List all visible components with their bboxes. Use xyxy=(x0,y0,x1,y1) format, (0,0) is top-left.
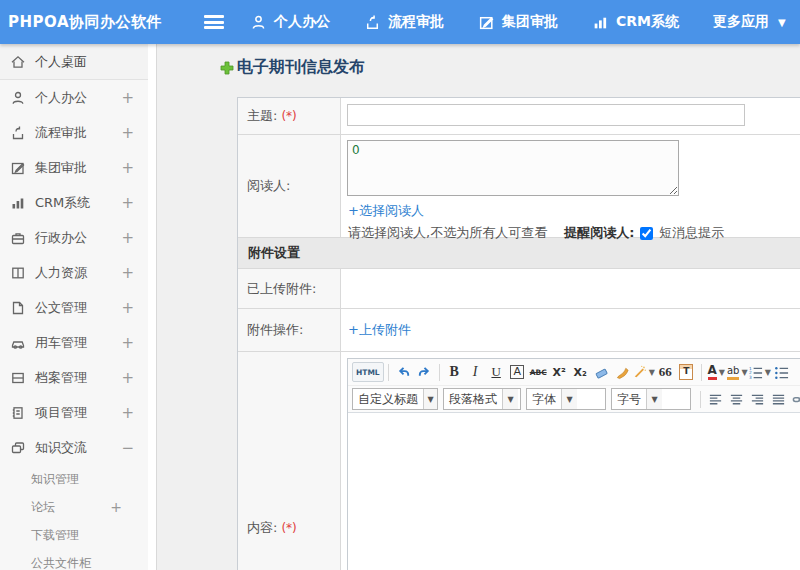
archive-icon xyxy=(10,370,26,386)
content-label: 内容:(*) xyxy=(238,352,341,570)
publish-form: 主题:(*) 阅读人: 0 +选择阅读人 请选择阅读人,不选为所有人可查看 提醒… xyxy=(237,97,800,570)
sms-notify-checkbox[interactable] xyxy=(640,227,653,240)
align-center-button[interactable] xyxy=(726,388,747,410)
align-right-button[interactable] xyxy=(747,388,768,410)
caret-down-icon: ▼ xyxy=(778,17,786,28)
font-color-button[interactable]: A▼ xyxy=(706,361,727,383)
expand-plus-icon[interactable]: + xyxy=(121,334,134,352)
sidebar-item-projects[interactable]: 项目管理 + xyxy=(0,395,148,430)
sidebar-item-group-approval[interactable]: 集团审批 + xyxy=(0,150,148,185)
choose-reader-link[interactable]: +选择阅读人 xyxy=(348,202,800,220)
font-size-select[interactable]: 字号▼ xyxy=(611,388,691,410)
nav-group-approval[interactable]: 集团审批 xyxy=(478,13,558,31)
sms-notify-label: 短消息提示 xyxy=(659,224,724,242)
sidebar-item-desktop[interactable]: 个人桌面 xyxy=(0,44,148,80)
expand-plus-icon[interactable]: + xyxy=(121,264,134,282)
hamburger-menu-icon[interactable] xyxy=(204,15,224,29)
editor-content-area[interactable] xyxy=(348,413,800,570)
insert-link-button[interactable] xyxy=(789,388,800,410)
sidebar-item-documents[interactable]: 公文管理 + xyxy=(0,290,148,325)
edit-icon xyxy=(10,160,26,176)
sidebar-item-vehicles[interactable]: 用车管理 + xyxy=(0,325,148,360)
notebook-icon xyxy=(10,405,26,421)
nav-more-apps[interactable]: 更多应用 ▼ xyxy=(713,13,786,31)
sidebar-item-workflow-approval[interactable]: 流程审批 + xyxy=(0,115,148,150)
attachment-actions-label: 附件操作: xyxy=(238,309,341,351)
briefcase-icon xyxy=(10,230,26,246)
strikethrough-button[interactable]: ABC xyxy=(528,361,549,383)
toolbar-separator xyxy=(700,391,701,408)
sidebar-subitem-knowledge-mgmt[interactable]: 知识管理 xyxy=(0,465,148,493)
nav-personal-office[interactable]: 个人办公 xyxy=(250,13,330,31)
history-icon xyxy=(10,125,26,141)
expand-plus-icon[interactable]: + xyxy=(110,499,122,515)
content-row: 内容:(*) HTML B I U A ABC xyxy=(238,352,800,570)
blockquote-button[interactable]: 66 xyxy=(655,361,676,383)
editor-toolbar-row2: 自定义标题▼ 段落格式▼ 字体▼ 字号▼ xyxy=(348,386,800,413)
required-mark: (*) xyxy=(281,521,296,535)
align-justify-button[interactable] xyxy=(768,388,789,410)
subject-input[interactable] xyxy=(347,104,745,126)
expand-plus-icon[interactable]: + xyxy=(121,404,134,422)
bar-chart-icon xyxy=(10,195,26,211)
remind-readers-label: 提醒阅读人: xyxy=(564,224,634,242)
sidebar-subitem-public-cabinet[interactable]: 公共文件柜 xyxy=(0,549,148,570)
sidebar-gutter xyxy=(148,44,157,570)
reader-textarea[interactable]: 0 xyxy=(347,140,679,196)
font-style-button[interactable]: A xyxy=(507,361,528,383)
italic-button[interactable]: I xyxy=(465,361,486,383)
expand-plus-icon[interactable]: + xyxy=(121,369,134,387)
unordered-list-button[interactable] xyxy=(771,361,792,383)
subscript-button[interactable]: X₂ xyxy=(570,361,591,383)
ordered-list-button[interactable]: 123▼ xyxy=(748,361,771,383)
sidebar-subitem-downloads[interactable]: 下载管理 xyxy=(0,521,148,549)
expand-plus-icon[interactable]: + xyxy=(121,89,134,107)
redo-button[interactable] xyxy=(414,361,435,383)
format-brush-button[interactable] xyxy=(612,361,633,383)
paragraph-format-select[interactable]: 段落格式▼ xyxy=(443,388,521,410)
nav-workflow-approval[interactable]: 流程审批 xyxy=(364,13,444,31)
caret-down-icon: ▼ xyxy=(561,389,577,409)
sidebar-subitem-forum[interactable]: 论坛 + xyxy=(0,493,148,521)
superscript-button[interactable]: X² xyxy=(549,361,570,383)
paste-as-text-button[interactable]: T xyxy=(676,361,697,383)
car-icon xyxy=(10,335,26,351)
sidebar-item-crm[interactable]: CRM系统 + xyxy=(0,185,148,220)
expand-plus-icon[interactable]: + xyxy=(121,159,134,177)
expand-plus-icon[interactable]: + xyxy=(121,229,134,247)
auto-format-button[interactable]: ▼ xyxy=(633,361,655,383)
add-plus-icon xyxy=(220,61,234,75)
custom-heading-select[interactable]: 自定义标题▼ xyxy=(352,388,438,410)
expand-plus-icon[interactable]: + xyxy=(121,124,134,142)
eraser-button[interactable] xyxy=(591,361,612,383)
underline-button[interactable]: U xyxy=(486,361,507,383)
expand-plus-icon[interactable]: + xyxy=(121,194,134,212)
nav-crm-system[interactable]: CRM系统 xyxy=(592,13,679,31)
book-icon xyxy=(10,265,26,281)
attachment-section-header: 附件设置 xyxy=(238,238,800,269)
top-nav: 个人办公 流程审批 集团审批 CRM系统 更多应用 ▼ xyxy=(250,13,786,31)
caret-down-icon: ▼ xyxy=(646,389,662,409)
upload-attachment-link[interactable]: +上传附件 xyxy=(348,321,411,339)
align-left-button[interactable] xyxy=(705,388,726,410)
highlight-color-button[interactable]: ab▼ xyxy=(727,361,748,383)
sidebar-item-personal-office[interactable]: 个人办公 + xyxy=(0,80,148,115)
sidebar-item-administration[interactable]: 行政办公 + xyxy=(0,220,148,255)
collapse-minus-icon[interactable]: − xyxy=(121,439,134,457)
font-family-select[interactable]: 字体▼ xyxy=(526,388,606,410)
sidebar-item-archives[interactable]: 档案管理 + xyxy=(0,360,148,395)
sidebar-item-knowledge[interactable]: 知识交流 − xyxy=(0,430,148,465)
rich-text-editor: HTML B I U A ABC X² X₂ ▼ xyxy=(347,358,800,570)
html-source-button[interactable]: HTML xyxy=(352,362,384,382)
sidebar-item-hr[interactable]: 人力资源 + xyxy=(0,255,148,290)
expand-plus-icon[interactable]: + xyxy=(121,299,134,317)
bold-button[interactable]: B xyxy=(444,361,465,383)
caret-down-icon: ▼ xyxy=(649,368,655,377)
toolbar-separator xyxy=(439,364,440,381)
uploaded-attachments-value xyxy=(341,269,800,308)
edit-icon xyxy=(478,14,495,31)
main-content: 电子期刊信息发布 主题:(*) 阅读人: 0 +选择阅读人 请选择阅读人,不选为… xyxy=(157,44,800,570)
caret-down-icon: ▼ xyxy=(719,368,725,377)
undo-button[interactable] xyxy=(393,361,414,383)
reader-note: 请选择阅读人,不选为所有人可查看 提醒阅读人: 短消息提示 xyxy=(348,224,800,242)
